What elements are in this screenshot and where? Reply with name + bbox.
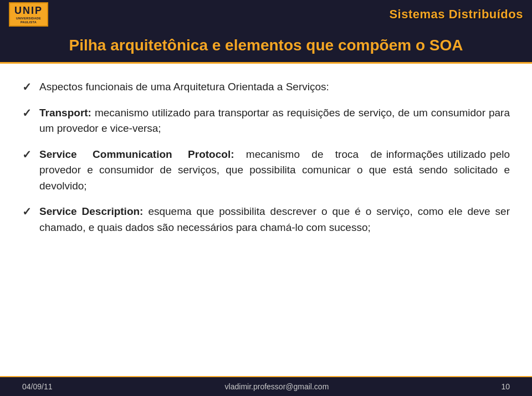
checkmark-3: ✓ (22, 148, 32, 161)
bullet-text-3: Service Communication Protocol: mecanism… (39, 147, 510, 194)
bullet-text-4: Service Description: esquema que possibi… (39, 204, 510, 235)
footer: 04/09/11 vladimir.professor@gmail.com 10 (0, 376, 532, 396)
main-title: Pilha arquitetônica e elementos que comp… (11, 37, 521, 54)
title-bar: Pilha arquitetônica e elementos que comp… (0, 29, 532, 64)
header: UNIP UNIVERSIDADEPAULISTA Sistemas Distr… (0, 0, 532, 29)
content: ✓ Aspectos funcionais de uma Arquitetura… (0, 64, 532, 256)
unip-text: UNIP (14, 5, 43, 17)
unip-subline: UNIVERSIDADEPAULISTA (16, 17, 41, 24)
bullet-text-2: Transport: mecanismo utilizado para tran… (39, 105, 510, 137)
logo-area: UNIP UNIVERSIDADEPAULISTA (9, 2, 53, 27)
checkmark-2: ✓ (22, 106, 32, 120)
bullet-item-3: ✓ Service Communication Protocol: mecani… (22, 147, 510, 194)
bullet-item-1: ✓ Aspectos funcionais de uma Arquitetura… (22, 79, 510, 95)
checkmark-4: ✓ (22, 205, 32, 218)
footer-date: 04/09/11 (22, 382, 53, 391)
bullet-item-4: ✓ Service Description: esquema que possi… (22, 204, 510, 235)
bullet-item-2: ✓ Transport: mecanismo utilizado para tr… (22, 105, 510, 137)
header-title: Sistemas Distribuídos (389, 7, 523, 22)
bullet-text-1: Aspectos funcionais de uma Arquitetura O… (39, 79, 329, 95)
checkmark-1: ✓ (22, 80, 32, 94)
footer-page: 10 (501, 382, 510, 391)
unip-logo: UNIP UNIVERSIDADEPAULISTA (9, 2, 48, 27)
footer-email: vladimir.professor@gmail.com (225, 382, 329, 391)
